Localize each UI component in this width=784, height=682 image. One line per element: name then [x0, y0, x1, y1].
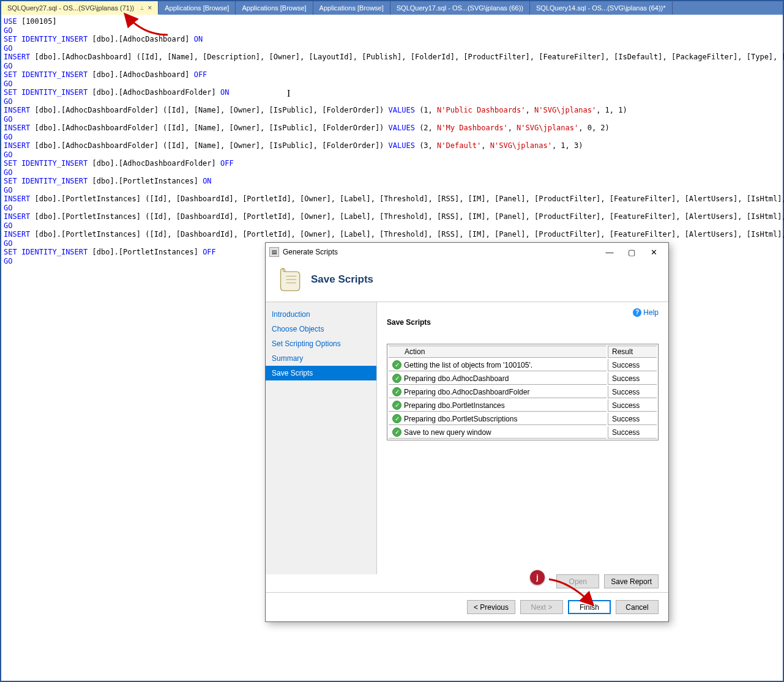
table-row[interactable]: ✓Preparing dbo.AdhocDashboardFolderSucce…: [389, 386, 657, 398]
nav-choose-objects[interactable]: Choose Objects: [266, 322, 376, 336]
annotation-arrow-icon: [546, 576, 601, 610]
annotation-arrow-icon: [119, 10, 174, 38]
result-cell: Success: [608, 413, 657, 425]
previous-button[interactable]: < Previous: [467, 600, 515, 614]
results-table: Action Result ✓Getting the list of objec…: [387, 344, 659, 440]
maximize-button[interactable]: ▢: [621, 244, 643, 260]
result-cell: Success: [608, 386, 657, 398]
success-icon: ✓: [392, 387, 401, 396]
action-cell: ✓Preparing dbo.PortletSubscriptions: [389, 413, 607, 425]
table-row[interactable]: ✓Save to new query windowSuccess: [389, 426, 657, 439]
script-icon: [279, 266, 302, 293]
result-cell: Success: [608, 399, 657, 412]
tab-sqlquery14[interactable]: SQLQuery14.sql - OS...(SVG\jplanas (64))…: [530, 1, 673, 15]
tab-applications-2[interactable]: Applications [Browse]: [236, 1, 313, 15]
save-report-button[interactable]: Save Report: [604, 574, 659, 588]
result-cell: Success: [608, 426, 657, 439]
success-icon: ✓: [392, 401, 401, 410]
nav-save-scripts[interactable]: Save Scripts: [266, 366, 376, 380]
result-cell: Success: [608, 359, 657, 371]
dialog-titlebar[interactable]: ▤ Generate Scripts — ▢ ✕: [266, 243, 668, 261]
success-icon: ✓: [392, 428, 401, 437]
success-icon: ✓: [392, 414, 401, 423]
action-cell: ✓Preparing dbo.AdhocDashboard: [389, 373, 607, 385]
nav-scripting-options[interactable]: Set Scripting Options: [266, 336, 376, 351]
section-title: Save Scripts: [387, 318, 659, 327]
dialog-header: Save Scripts: [266, 261, 668, 302]
tab-sqlquery17[interactable]: SQLQuery17.sql - OS...(SVG\jplanas (66)): [390, 1, 530, 15]
action-cell: ✓Preparing dbo.AdhocDashboardFolder: [389, 386, 607, 398]
table-row[interactable]: ✓Preparing dbo.AdhocDashboardSuccess: [389, 373, 657, 385]
nav-summary[interactable]: Summary: [266, 351, 376, 366]
generate-scripts-dialog: ▤ Generate Scripts — ▢ ✕ Save Scripts In…: [265, 242, 669, 622]
success-icon: ✓: [392, 360, 401, 369]
success-icon: ✓: [392, 374, 401, 383]
dialog-header-title: Save Scripts: [311, 273, 373, 286]
nav-introduction[interactable]: Introduction: [266, 307, 376, 322]
table-row[interactable]: ✓Preparing dbo.PortletSubscriptionsSucce…: [389, 413, 657, 425]
cancel-button[interactable]: Cancel: [616, 600, 659, 614]
step-badge-j: j: [530, 570, 545, 585]
dialog-app-icon: ▤: [269, 247, 279, 257]
action-cell: ✓Save to new query window: [389, 426, 607, 439]
col-action: Action: [389, 346, 607, 358]
help-link[interactable]: ? Help: [633, 308, 659, 317]
col-result: Result: [608, 346, 657, 358]
result-cell: Success: [608, 373, 657, 385]
table-row[interactable]: ✓Preparing dbo.PortletInstancesSuccess: [389, 399, 657, 412]
wizard-nav: Introduction Choose Objects Set Scriptin…: [266, 302, 377, 574]
tab-label: SQLQuery27.sql - OS...(SVG\jplanas (71)): [7, 4, 134, 12]
text-cursor-icon: I: [287, 89, 290, 98]
minimize-button[interactable]: —: [599, 244, 621, 260]
close-button[interactable]: ✕: [643, 244, 665, 260]
help-icon: ?: [633, 308, 641, 317]
dialog-main: ? Help Save Scripts Action Result ✓Getti…: [377, 302, 668, 574]
dialog-footer: < Previous Next > Finish Cancel: [266, 592, 668, 621]
tab-applications-3[interactable]: Applications [Browse]: [313, 1, 390, 15]
action-cell: ✓Getting the list of objects from '10010…: [389, 359, 607, 371]
table-row[interactable]: ✓Getting the list of objects from '10010…: [389, 359, 657, 371]
dialog-title: Generate Scripts: [283, 248, 599, 256]
action-cell: ✓Preparing dbo.PortletInstances: [389, 399, 607, 412]
